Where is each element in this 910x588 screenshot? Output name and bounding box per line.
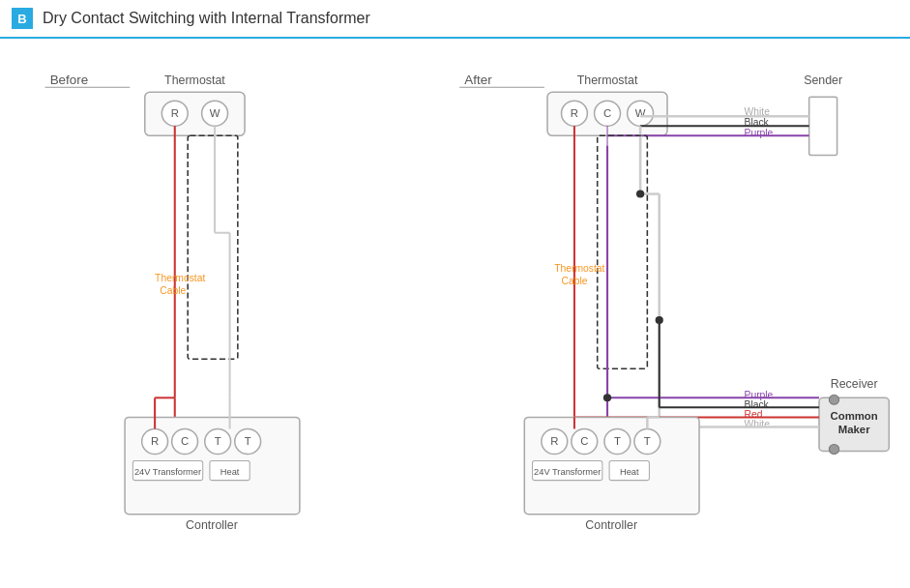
svg-text:C: C [580, 436, 588, 448]
svg-text:R: R [171, 107, 179, 119]
svg-rect-59 [598, 135, 648, 368]
diagram-svg: R W Thermostat Thermostat Cable R C T T [0, 39, 910, 582]
svg-rect-43 [809, 97, 837, 155]
svg-text:Thermostat: Thermostat [554, 263, 604, 274]
svg-point-15 [142, 428, 168, 454]
svg-text:R: R [550, 436, 558, 448]
svg-rect-14 [125, 417, 300, 514]
svg-text:T: T [215, 436, 221, 448]
svg-text:W: W [635, 107, 646, 119]
svg-point-86 [634, 428, 660, 454]
svg-text:24V Transformer: 24V Transformer [134, 467, 201, 477]
svg-point-57 [636, 191, 644, 198]
svg-point-36 [562, 101, 588, 126]
svg-text:T: T [644, 436, 651, 448]
svg-text:C: C [603, 107, 611, 119]
svg-text:Heat: Heat [220, 467, 240, 477]
svg-text:Common: Common [831, 411, 878, 423]
svg-text:Thermostat: Thermostat [164, 74, 225, 87]
svg-point-1 [161, 101, 188, 126]
svg-text:Black: Black [745, 117, 770, 128]
svg-text:Maker: Maker [838, 425, 870, 436]
svg-rect-90 [609, 461, 649, 481]
svg-point-74 [603, 394, 611, 401]
svg-text:Thermostat: Thermostat [577, 74, 638, 87]
svg-text:Controller: Controller [186, 518, 238, 532]
svg-text:Sender: Sender [804, 74, 842, 87]
svg-text:Black: Black [745, 399, 770, 410]
svg-text:T: T [614, 436, 621, 448]
svg-text:Before: Before [50, 73, 89, 87]
svg-text:Purple: Purple [745, 390, 774, 400]
svg-text:White: White [745, 106, 771, 117]
svg-rect-25 [210, 461, 250, 481]
svg-point-84 [604, 428, 631, 454]
svg-text:Cable: Cable [160, 285, 186, 296]
svg-point-38 [595, 101, 621, 126]
svg-rect-62 [819, 397, 889, 451]
svg-text:Red: Red [745, 410, 763, 421]
section-badge: B [12, 8, 33, 29]
svg-rect-0 [145, 92, 245, 135]
svg-point-3 [202, 101, 228, 126]
svg-text:Controller: Controller [585, 518, 637, 532]
svg-text:T: T [245, 436, 251, 448]
svg-text:Thermostat: Thermostat [155, 273, 205, 283]
svg-point-40 [628, 101, 654, 126]
svg-text:White: White [745, 420, 771, 430]
page-header: B Dry Contact Switching with Internal Tr… [0, 0, 910, 39]
svg-text:W: W [210, 107, 220, 119]
svg-rect-79 [524, 417, 699, 514]
svg-point-21 [235, 428, 261, 454]
svg-text:R: R [151, 436, 159, 448]
svg-rect-6 [188, 135, 238, 359]
svg-text:R: R [571, 107, 578, 119]
svg-rect-88 [533, 461, 602, 481]
svg-point-17 [172, 428, 198, 454]
svg-text:Cable: Cable [562, 276, 588, 286]
svg-point-65 [829, 395, 838, 404]
svg-point-80 [542, 428, 568, 454]
svg-text:Heat: Heat [620, 467, 639, 477]
svg-point-19 [205, 428, 231, 454]
svg-point-66 [829, 444, 838, 454]
svg-point-58 [656, 316, 663, 324]
svg-text:C: C [181, 436, 189, 448]
page-title: Dry Contact Switching with Internal Tran… [43, 10, 370, 27]
svg-text:After: After [464, 73, 492, 87]
main-content: R W Thermostat Thermostat Cable R C T T [0, 39, 910, 582]
svg-rect-23 [132, 461, 202, 481]
svg-point-82 [572, 428, 598, 454]
svg-text:Receiver: Receiver [831, 377, 878, 391]
svg-text:Purple: Purple [745, 128, 774, 138]
svg-rect-35 [547, 92, 667, 135]
svg-text:24V Transformer: 24V Transformer [534, 467, 601, 477]
